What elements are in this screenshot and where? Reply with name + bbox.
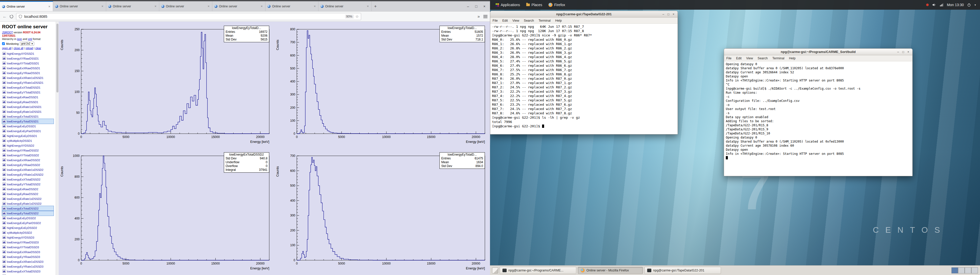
tab-close-icon[interactable]: ×: [366, 4, 369, 8]
notification-icon[interactable]: [926, 3, 929, 6]
window-minimize-icon[interactable]: –: [896, 50, 900, 54]
tab-close-icon[interactable]: ×: [101, 4, 104, 8]
tab-online-server[interactable]: Online server×: [159, 1, 212, 11]
menu-search[interactable]: Search: [756, 57, 770, 60]
tree-item-lowEnergyXYRawDSSD1[interactable]: lowEnergyXYRawDSSD1: [2, 56, 54, 61]
tree-item-lowEnergyExEyDSSD1[interactable]: lowEnergyExEyDSSD1: [2, 124, 54, 129]
refresh-icon[interactable]: [10, 14, 14, 19]
layout-select[interactable]: grid 2x2 ▾: [20, 42, 34, 46]
tab-online-server[interactable]: Online server×: [0, 1, 53, 11]
tree-item-lowEnergyEyYRate1sDSSD1[interactable]: lowEnergyEyYRate1sDSSD1: [2, 80, 54, 85]
tree-item-lowEnergyXYRawDSSD2[interactable]: lowEnergyXYRawDSSD2: [2, 148, 54, 153]
tree-item-lowEnergyEyRawDSSD1[interactable]: lowEnergyEyRawDSSD1: [2, 100, 54, 104]
monitoring-checkbox[interactable]: [2, 42, 5, 45]
tree-item-lowEnergyExXRate1sDSSD3[interactable]: lowEnergyExXRate1sDSSD3: [2, 259, 54, 264]
tree-item-highEnergyXYDSSD1[interactable]: highEnergyXYDSSD1: [2, 51, 54, 56]
tree-item-lowEnergyEyRawDSSD2[interactable]: lowEnergyEyRawDSSD2: [2, 191, 54, 196]
workspace-4[interactable]: [971, 267, 978, 273]
stats-box[interactable]: lowEnergyEyTotalD...Entries51605Mean1572…: [439, 26, 485, 42]
new-tab-button[interactable]: +: [372, 1, 379, 11]
terminal-output[interactable]: -rw-r--r--. 1 npg npg 64K Jun 17 07:15 R…: [490, 24, 678, 129]
tree-item-lowEnergyEyYTotalDSSD2[interactable]: lowEnergyEyYTotalDSSD2: [2, 182, 54, 186]
tree-item-lowEnergyExEyDSSD2[interactable]: lowEnergyExEyDSSD2: [2, 216, 54, 221]
close-icon[interactable]: ×: [480, 4, 488, 8]
clock[interactable]: Mon 13:30: [947, 3, 964, 7]
tree-item-lowEnergyEyYRawDSSD1[interactable]: lowEnergyEyYRawDSSD1: [2, 71, 54, 75]
menu-file[interactable]: File: [724, 57, 734, 60]
tree-item-lowEnergyEyYTotalDSSD1[interactable]: lowEnergyEyYTotalDSSD1: [2, 90, 54, 95]
menu-edit[interactable]: Edit: [734, 57, 744, 60]
tree-item-lowEnergyExRate1sDSSD2[interactable]: lowEnergyExRate1sDSSD2: [2, 196, 54, 201]
tree-item-lowEnergyExEyPairDSSD1[interactable]: lowEnergyExEyPairDSSD1: [2, 129, 54, 133]
network-icon[interactable]: [939, 3, 943, 7]
tab-online-server[interactable]: Online server×: [266, 1, 318, 11]
tab-online-server[interactable]: Online server×: [318, 1, 372, 11]
stats-box[interactable]: lowEnergyExTotalDSSD2Std Dev940.8Underfl…: [224, 152, 269, 173]
maximize-icon[interactable]: □: [472, 4, 480, 8]
tree-item-lowEnergyXYTotalDSSD2[interactable]: lowEnergyXYTotalDSSD2: [2, 153, 54, 158]
menu-view[interactable]: View: [744, 57, 756, 60]
url-bar[interactable]: localhost:8085 90% ☆: [16, 13, 361, 20]
firefox-appmenu[interactable]: Firefox: [546, 0, 568, 9]
tree-item-highEnergyExEyDSSD2[interactable]: highEnergyExEyDSSD2: [2, 225, 54, 230]
terminal-window-1[interactable]: npg@carme-gsi:/TapeData/G22-201–□×FileEd…: [490, 11, 678, 134]
window-maximize-icon[interactable]: □: [900, 50, 906, 54]
power-icon[interactable]: [967, 3, 971, 7]
tab-close-icon[interactable]: ×: [154, 4, 157, 8]
tree-item-highEnergyExEyDSSD1[interactable]: highEnergyExEyDSSD1: [2, 133, 54, 138]
tree-item-xyMultiplicityDSSD1[interactable]: xyMultiplicityDSSD1: [2, 138, 54, 143]
menu-search[interactable]: Search: [522, 19, 536, 22]
reload-link[interactable]: reload: [25, 47, 33, 50]
menu-help[interactable]: Help: [553, 19, 564, 22]
menu-help[interactable]: Help: [787, 57, 798, 60]
zoom-indicator[interactable]: 90%: [345, 14, 354, 19]
tab-online-server[interactable]: Online server×: [106, 1, 159, 11]
tree-item-lowEnergyExRate1sDSSD1[interactable]: lowEnergyExRate1sDSSD1: [2, 104, 54, 109]
clear-link[interactable]: clear: [35, 47, 41, 50]
window-maximize-icon[interactable]: □: [666, 13, 671, 16]
tree-item-highEnergyXYDSSD3[interactable]: highEnergyXYDSSD3: [2, 235, 54, 240]
volume-icon[interactable]: [932, 3, 936, 7]
tab-close-icon[interactable]: ×: [260, 4, 263, 8]
tree-item-lowEnergyEyYRate1sDSSD2[interactable]: lowEnergyEyYRate1sDSSD2: [2, 172, 54, 177]
tree-item-lowEnergyExXRate1sDSSD2[interactable]: lowEnergyExXRate1sDSSD2: [2, 167, 54, 172]
tree-item-lowEnergyExXRawDSSD3[interactable]: lowEnergyExXRawDSSD3: [2, 250, 54, 254]
menu-hamburger-icon[interactable]: [484, 15, 487, 18]
workspace-3[interactable]: [965, 267, 971, 273]
tree-item-lowEnergyXYTotalDSSD3[interactable]: lowEnergyXYTotalDSSD3: [2, 245, 54, 250]
taskbar-button[interactable]: npg@carme-gsi:~/Programs/CARME...: [500, 267, 576, 274]
stats-box[interactable]: lowEnergyEyTotalD...Entries61475Mean1634…: [439, 152, 485, 169]
tab-close-icon[interactable]: ×: [48, 5, 51, 8]
tree-item-lowEnergyEyTotalDSSD1[interactable]: lowEnergyEyTotalDSSD1: [2, 119, 54, 124]
workspace-switcher[interactable]: [951, 267, 978, 273]
xml-link[interactable]: xml: [28, 38, 32, 41]
titlebar[interactable]: npg@carme-gsi:~/Programs/CARME_Sort/buil…: [724, 49, 912, 55]
window-close-icon[interactable]: ×: [671, 13, 676, 16]
tree-item-lowEnergyExXRate1sDSSD1[interactable]: lowEnergyExXRate1sDSSD1: [2, 75, 54, 80]
menu-view[interactable]: View: [510, 19, 522, 22]
applications-menu[interactable]: Applications: [493, 0, 523, 9]
tab-online-server[interactable]: Online server×: [53, 1, 106, 11]
bookmark-star-icon[interactable]: ☆: [355, 14, 359, 19]
tree-item-lowEnergyExXTotalDSSD2[interactable]: lowEnergyExXTotalDSSD2: [2, 177, 54, 182]
tree-item-lowEnergyXYRawDSSD3[interactable]: lowEnergyXYRawDSSD3: [2, 240, 54, 245]
shield-icon[interactable]: [18, 14, 22, 19]
jsroot-link[interactable]: JSROOT: [2, 31, 13, 34]
tree-item-lowEnergyExEyPairDSSD2[interactable]: lowEnergyExEyPairDSSD2: [2, 221, 54, 225]
tab-close-icon[interactable]: ×: [207, 4, 210, 8]
sidebar-scrollbar[interactable]: [56, 22, 59, 275]
places-menu[interactable]: Places: [523, 0, 546, 9]
window-close-icon[interactable]: ×: [906, 50, 911, 54]
terminal-output[interactable]: Opening dataspy 0dataSpy Shared buffer a…: [724, 62, 912, 161]
workspace-2[interactable]: [958, 267, 965, 273]
json-link[interactable]: json: [17, 38, 22, 41]
histogram-pad-lowEnergyEyTotalDSSD1[interactable]: 05000100001500020000050100150200250Energ…: [59, 22, 274, 148]
tree-item-lowEnergyExXTotalDSSD3[interactable]: lowEnergyExXTotalDSSD3: [2, 269, 54, 274]
menu-terminal[interactable]: Terminal: [770, 57, 787, 60]
tree-item-lowEnergyEyTotalDSSD2[interactable]: lowEnergyEyTotalDSSD2: [2, 211, 54, 216]
tree-item-lowEnergyEyYTotalDSSD3[interactable]: lowEnergyEyYTotalDSSD3: [2, 274, 54, 275]
scrollbar-thumb[interactable]: [56, 24, 59, 92]
tree-item-lowEnergyEyYRawDSSD3[interactable]: lowEnergyEyYRawDSSD3: [2, 254, 54, 259]
taskbar-button[interactable]: npg@carme-gsi:/TapeData/G22-201: [644, 267, 721, 274]
menu-terminal[interactable]: Terminal: [536, 19, 553, 22]
